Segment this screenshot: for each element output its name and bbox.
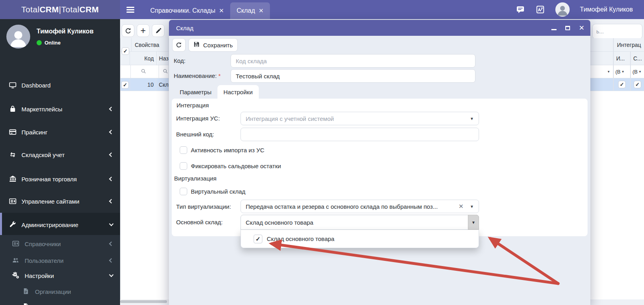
dropdown-option[interactable]: Склад основного товара bbox=[267, 235, 334, 242]
scrollbar-thumb[interactable] bbox=[120, 300, 167, 303]
user-avatar[interactable] bbox=[555, 2, 570, 17]
column-header-code[interactable]: Код bbox=[130, 52, 157, 65]
filter-dropdown-cell[interactable]: (В▼ bbox=[630, 65, 644, 78]
chevron-left-icon bbox=[109, 152, 113, 157]
select-all-checkbox[interactable]: ✓ bbox=[122, 47, 129, 55]
sidebar-item-storage-warehouses[interactable]: Склады хранения bbox=[0, 299, 120, 305]
column-header-name[interactable]: Наз bbox=[157, 52, 169, 65]
virtualization-type-select[interactable]: Передача остатка и резерва с основного с… bbox=[241, 200, 479, 213]
save-icon bbox=[193, 41, 200, 49]
menu-hamburger-icon[interactable] bbox=[126, 6, 134, 14]
edit-button[interactable] bbox=[152, 24, 165, 37]
sidebar-item-marketplaces[interactable]: Маркетплейсы bbox=[0, 101, 120, 117]
translate-icon[interactable] bbox=[535, 5, 545, 14]
chat-icon[interactable] bbox=[516, 5, 525, 14]
sidebar-avatar[interactable] bbox=[6, 25, 30, 49]
chevron-left-icon bbox=[109, 130, 113, 134]
tab-directories-warehouses[interactable]: Справочники. Склады ✕ bbox=[144, 2, 230, 19]
save-button[interactable]: Сохранить bbox=[188, 38, 238, 52]
filter-code-cell[interactable] bbox=[131, 65, 159, 78]
warehouse-modal: Склад ✕ Сохранить Код: Код склада Наимен… bbox=[169, 20, 590, 305]
filter-dropdown-cell[interactable]: ▼ bbox=[590, 65, 613, 78]
sidebar-item-directories[interactable]: Справочники bbox=[0, 236, 120, 252]
sidebar-item-organizations[interactable]: Организации bbox=[0, 284, 120, 299]
sidebar-user-block: Тимофей Куликов Online bbox=[0, 19, 120, 55]
file-icon bbox=[22, 303, 30, 305]
maximize-icon[interactable] bbox=[564, 25, 571, 31]
integration-us-select[interactable]: Интеграция с учетной системой ▼ bbox=[241, 112, 479, 125]
tab-close-icon[interactable]: ✕ bbox=[259, 7, 264, 14]
filter-dropdown-cell[interactable]: (В▼ bbox=[613, 65, 630, 78]
option-checkbox[interactable]: ✓ bbox=[254, 235, 262, 243]
horizontal-scrollbar bbox=[120, 299, 169, 304]
sidebar-item-pricing[interactable]: Прайсинг bbox=[0, 124, 120, 140]
close-icon[interactable]: ✕ bbox=[578, 25, 585, 31]
chevron-left-icon bbox=[109, 258, 113, 262]
import-activity-checkbox[interactable] bbox=[180, 146, 187, 154]
fix-balance-checkbox-row: Фиксировать сальдовые остатки bbox=[180, 162, 281, 170]
tab-warehouse[interactable]: Склад ✕ bbox=[230, 2, 270, 19]
section-virtualization: Виртуализация bbox=[174, 175, 217, 182]
external-code-row: Внешний код: bbox=[172, 127, 588, 142]
modal-tabs: Параметры Настройки bbox=[174, 85, 259, 99]
grid-data-row[interactable]: ✓ 10 Скл bbox=[120, 78, 169, 91]
right-grid-fragment: Интеграц И... С... ▼ (В▼ (В▼ ✓ ✓ bbox=[590, 38, 644, 299]
code-input[interactable]: Код склада bbox=[231, 54, 475, 68]
column-header-i[interactable]: И... bbox=[613, 52, 630, 65]
grid-toolbar: + bbox=[120, 19, 169, 38]
refresh-button[interactable] bbox=[172, 38, 186, 52]
exchange-arrows-icon bbox=[9, 151, 17, 159]
wrench-icon bbox=[9, 221, 17, 229]
sidebar-item-dashboard[interactable]: Dashboard bbox=[0, 77, 120, 93]
chevron-left-icon bbox=[109, 177, 113, 181]
online-status: Online bbox=[37, 40, 60, 46]
modal-title-bar[interactable]: Склад ✕ bbox=[169, 20, 590, 36]
chevron-down-icon: ▼ bbox=[470, 117, 474, 121]
sidebar-item-settings[interactable]: Настройки bbox=[0, 268, 120, 284]
grid-filter-row bbox=[120, 65, 169, 78]
clear-icon[interactable]: ✕ bbox=[458, 203, 464, 210]
virtual-warehouse-checkbox-row: Виртуальный склад bbox=[180, 187, 245, 195]
import-activity-checkbox-row: Активность импорта из УС bbox=[180, 146, 264, 154]
row-checkbox[interactable]: ✓ bbox=[121, 81, 129, 89]
chevron-left-icon bbox=[109, 107, 113, 111]
file-icon bbox=[22, 288, 30, 295]
cell-name: Скл bbox=[156, 78, 169, 91]
grid-search-input[interactable]: ь... bbox=[592, 24, 642, 39]
top-bar: TotalCRM | TotalCRM Справочники. Склады … bbox=[0, 0, 644, 19]
column-header-s[interactable]: С... bbox=[630, 52, 644, 65]
chevron-down-icon: ▼ bbox=[470, 204, 474, 209]
bank-icon bbox=[9, 175, 17, 183]
virtual-warehouse-checkbox[interactable] bbox=[180, 188, 187, 195]
name-input[interactable]: Тестовый склад bbox=[231, 69, 475, 83]
sidebar-item-administration[interactable]: Администрирование bbox=[0, 217, 120, 233]
minimize-icon[interactable] bbox=[551, 25, 557, 31]
sidebar-item-warehouse-accounting[interactable]: Складской учет bbox=[0, 147, 120, 163]
filter-name-cell[interactable] bbox=[159, 65, 169, 78]
user-name[interactable]: Тимофей Куликов bbox=[580, 6, 633, 13]
sidebar: Тимофей Куликов Online Dashboard Маркетп… bbox=[0, 19, 120, 305]
tab-close-icon[interactable]: ✕ bbox=[219, 7, 224, 14]
sidebar-item-users[interactable]: Пользователи bbox=[0, 253, 120, 268]
add-button[interactable]: + bbox=[137, 24, 149, 37]
cell-checkbox[interactable]: ✓ bbox=[618, 81, 626, 88]
cell-checkbox[interactable]: ✓ bbox=[634, 81, 641, 88]
open-tabs: Справочники. Склады ✕ Склад ✕ bbox=[144, 0, 270, 19]
tab-parameters[interactable]: Параметры bbox=[174, 85, 217, 99]
group-header-properties: Свойства bbox=[132, 38, 169, 51]
search-icon bbox=[140, 68, 147, 76]
sidebar-item-retail[interactable]: Розничная торговля bbox=[0, 171, 120, 187]
refresh-button[interactable] bbox=[122, 24, 134, 37]
group-header-integration: Интеграц bbox=[613, 38, 644, 51]
topbar-right: Тимофей Куликов bbox=[516, 2, 644, 17]
main-warehouse-combobox[interactable]: Склад основного товара ▼ bbox=[241, 215, 479, 230]
combobox-dropdown-button[interactable]: ▼ bbox=[468, 215, 479, 230]
chevron-down-icon bbox=[109, 221, 113, 226]
external-code-input[interactable] bbox=[241, 128, 479, 141]
app-logo[interactable]: TotalCRM | TotalCRM bbox=[0, 0, 120, 19]
sidebar-item-site-management[interactable]: Управление сайтами bbox=[0, 193, 120, 209]
fix-balance-checkbox[interactable] bbox=[180, 162, 187, 170]
dashboard-icon bbox=[9, 81, 17, 89]
tab-settings[interactable]: Настройки bbox=[217, 85, 259, 99]
chevron-left-icon bbox=[109, 241, 113, 246]
